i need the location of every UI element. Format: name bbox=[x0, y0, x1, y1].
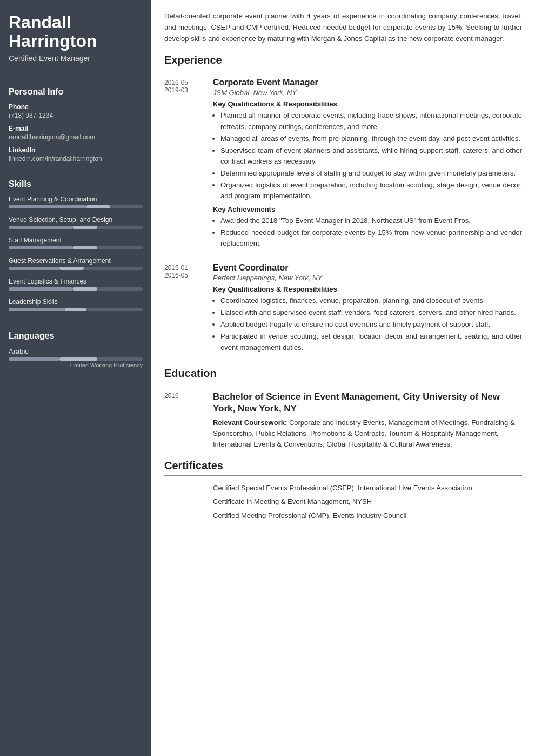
skill-bar-fill bbox=[9, 267, 59, 270]
exp-bullet: Managed all areas of events, from pre-pl… bbox=[220, 133, 522, 144]
edu-degree-title: Bachelor of Science in Event Management,… bbox=[213, 391, 522, 415]
skills-section-title: Skills bbox=[9, 179, 143, 189]
skill-bar-fill2 bbox=[73, 226, 97, 229]
candidate-name: Randall Harrington bbox=[9, 13, 143, 51]
experience-list: 2016-05 -2019-03 Corporate Event Manager… bbox=[164, 78, 522, 356]
education-list: 2016 Bachelor of Science in Event Manage… bbox=[164, 391, 522, 450]
certificate-item: Certified Special Events Professional (C… bbox=[213, 483, 522, 493]
skill-bar-fill bbox=[9, 226, 73, 229]
skill-name: Leadership Skills bbox=[9, 298, 143, 306]
edu-coursework: Relevant Coursework: Corporate and Indus… bbox=[213, 417, 522, 450]
experience-divider bbox=[164, 70, 522, 70]
exp-bullet: Organized logistics of event preparation… bbox=[220, 180, 522, 201]
skill-bar-fill bbox=[9, 287, 73, 291]
sidebar-divider-languages bbox=[9, 319, 143, 319]
certificate-item: Certificate in Meeting & Event Managemen… bbox=[213, 497, 522, 507]
exp-date: 2015-01 -2016-05 bbox=[164, 263, 213, 356]
exp-bullet: Planned all manner of corporate events, … bbox=[220, 110, 522, 132]
experience-section: Experience 2016-05 -2019-03 Corporate Ev… bbox=[164, 54, 522, 356]
certificates-section-title: Certificates bbox=[164, 460, 522, 472]
skill-bar bbox=[9, 246, 143, 249]
experience-item: 2015-01 -2016-05 Event Coordinator Perfe… bbox=[164, 263, 522, 356]
skill-name: Event Planning & Coordination bbox=[9, 195, 143, 203]
skill-name: Venue Selection, Setup, and Design bbox=[9, 216, 143, 224]
skill-bar-fill2 bbox=[65, 308, 86, 311]
candidate-title: Certified Event Manager bbox=[9, 54, 143, 63]
sidebar-divider-personal bbox=[9, 75, 143, 75]
exp-date: 2016-05 -2019-03 bbox=[164, 78, 213, 252]
skill-bar-fill2 bbox=[86, 205, 111, 208]
language-proficiency: Limited Working Proficiency bbox=[9, 362, 143, 368]
exp-bullet: Participated in venue scouting, set desi… bbox=[220, 331, 522, 353]
certificate-item: Certified Meeting Professional (CMP), Ev… bbox=[213, 511, 522, 521]
skill-bar-fill2 bbox=[59, 267, 84, 270]
email-label: E-mail bbox=[9, 125, 143, 132]
exp-bullet: Liaised with and supervised event staff,… bbox=[220, 307, 522, 318]
exp-bullet: Applied budget frugally to ensure no cos… bbox=[220, 319, 522, 330]
skill-bar bbox=[9, 205, 143, 208]
resume-container: Randall Harrington Certified Event Manag… bbox=[0, 0, 535, 756]
name-line1: Randall bbox=[9, 12, 71, 32]
languages-section-title: Languages bbox=[9, 331, 143, 341]
education-item: 2016 Bachelor of Science in Event Manage… bbox=[164, 391, 522, 450]
skill-item: Event Logistics & Finances bbox=[9, 278, 143, 291]
skill-bar-fill bbox=[9, 246, 73, 249]
skill-name: Event Logistics & Finances bbox=[9, 278, 143, 285]
education-section: Education 2016 Bachelor of Science in Ev… bbox=[164, 367, 522, 450]
exp-company: JSM Global, New York, NY bbox=[213, 89, 522, 97]
personal-info-section-title: Personal Info bbox=[9, 87, 143, 97]
language-bar bbox=[9, 357, 143, 361]
email-value: randall.harrington@gmail.com bbox=[9, 133, 143, 141]
languages-list: Arabic Limited Working Proficiency bbox=[9, 347, 143, 368]
skill-bar-fill2 bbox=[73, 287, 97, 291]
language-bar-fill bbox=[9, 357, 59, 361]
certificates-section: Certificates Certified Special Events Pr… bbox=[164, 460, 522, 521]
certificates-divider bbox=[164, 475, 522, 476]
exp-bullet-list: Planned all manner of corporate events, … bbox=[213, 110, 522, 201]
edu-date: 2016 bbox=[164, 391, 213, 450]
skill-name: Guest Reservations & Arrangement bbox=[9, 257, 143, 265]
education-section-title: Education bbox=[164, 367, 522, 380]
phone-label: Phone bbox=[9, 103, 143, 111]
linkedin-label: LinkedIn bbox=[9, 146, 143, 154]
exp-job-title: Event Coordinator bbox=[213, 263, 522, 273]
skill-bar bbox=[9, 226, 143, 229]
skill-bar-fill bbox=[9, 308, 65, 311]
name-line2: Harrington bbox=[9, 31, 97, 51]
skill-bar-fill bbox=[9, 205, 86, 208]
language-name: Arabic bbox=[9, 347, 143, 355]
exp-subsection-title: Key Qualifications & Responsibilities bbox=[213, 285, 522, 293]
language-item: Arabic Limited Working Proficiency bbox=[9, 347, 143, 368]
education-divider bbox=[164, 383, 522, 383]
exp-subsection-title: Key Achievements bbox=[213, 205, 522, 213]
cert-list: Certified Special Events Professional (C… bbox=[213, 483, 522, 521]
skill-item: Leadership Skills bbox=[9, 298, 143, 311]
experience-section-title: Experience bbox=[164, 54, 522, 66]
language-bar-fill2 bbox=[59, 357, 97, 361]
exp-job-title: Corporate Event Manager bbox=[213, 78, 522, 87]
experience-item: 2016-05 -2019-03 Corporate Event Manager… bbox=[164, 78, 522, 252]
exp-subsection-title: Key Qualifications & Responsibilities bbox=[213, 100, 522, 108]
linkedin-value: linkedin.com/in/randallharrington bbox=[9, 155, 143, 163]
sidebar: Randall Harrington Certified Event Manag… bbox=[0, 0, 151, 756]
skill-item: Guest Reservations & Arrangement bbox=[9, 257, 143, 270]
exp-content: Event Coordinator Perfect Happenings, Ne… bbox=[213, 263, 522, 356]
exp-bullet-list: Coordinated logistics, finances, venue, … bbox=[213, 295, 522, 353]
sidebar-divider-skills bbox=[9, 167, 143, 167]
skill-bar bbox=[9, 287, 143, 291]
phone-value: (718) 987-1234 bbox=[9, 112, 143, 119]
exp-bullet-list: Awarded the 2018 "Top Event Manager in 2… bbox=[213, 215, 522, 249]
skill-bar bbox=[9, 308, 143, 311]
skill-name: Staff Management bbox=[9, 237, 143, 244]
skill-item: Staff Management bbox=[9, 237, 143, 249]
skill-bar bbox=[9, 267, 143, 270]
skill-item: Venue Selection, Setup, and Design bbox=[9, 216, 143, 229]
skill-item: Event Planning & Coordination bbox=[9, 195, 143, 208]
exp-bullet: Determined appropriate levels of staffin… bbox=[220, 168, 522, 179]
edu-coursework-label: Relevant Coursework: bbox=[213, 418, 287, 427]
skills-list: Event Planning & Coordination Venue Sele… bbox=[9, 195, 143, 311]
exp-bullet: Awarded the 2018 "Top Event Manager in 2… bbox=[220, 215, 522, 226]
exp-bullet: Supervised team of event planners and as… bbox=[220, 145, 522, 167]
main-content: Detail-oriented corporate event planner … bbox=[151, 0, 535, 756]
exp-bullet: Coordinated logistics, finances, venue, … bbox=[220, 295, 522, 306]
